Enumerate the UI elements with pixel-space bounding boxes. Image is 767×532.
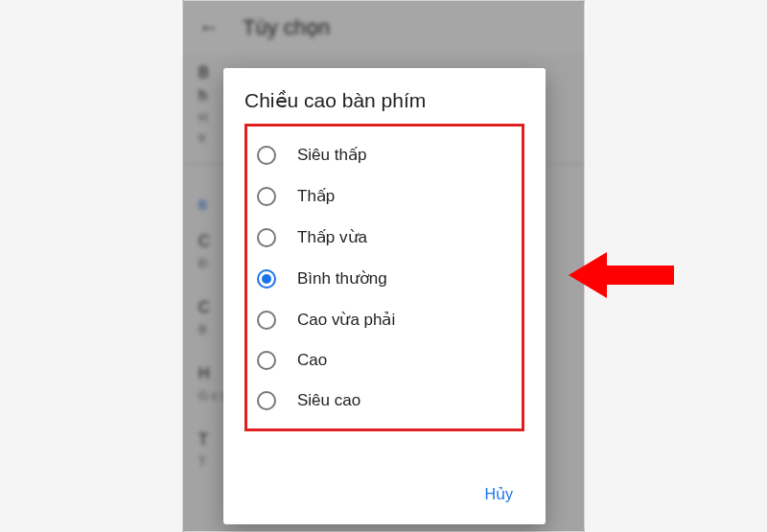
radio-icon[interactable] xyxy=(257,351,276,370)
cancel-button[interactable]: Hủy xyxy=(473,477,524,511)
dialog-actions: Hủy xyxy=(244,468,524,511)
radio-icon[interactable] xyxy=(257,391,276,410)
height-option[interactable]: Siêu cao xyxy=(249,381,520,421)
radio-icon[interactable] xyxy=(257,269,276,289)
option-label: Siêu thấp xyxy=(297,145,366,165)
keyboard-height-dialog: Chiều cao bàn phím Siêu thấpThấpThấp vừa… xyxy=(223,68,546,524)
option-label: Siêu cao xyxy=(297,391,360,410)
svg-marker-0 xyxy=(569,252,674,298)
radio-icon[interactable] xyxy=(257,311,276,330)
red-arrow-annotation-icon xyxy=(569,248,674,302)
height-option[interactable]: Cao xyxy=(249,340,520,381)
option-label: Thấp vừa xyxy=(297,227,367,247)
height-option[interactable]: Siêu thấp xyxy=(249,134,520,175)
height-option[interactable]: Bình thường xyxy=(249,258,520,299)
option-label: Bình thường xyxy=(297,268,387,289)
phone-frame: ← Tùy chọn B h H tr B C Đ C B H G c x T … xyxy=(182,0,585,532)
height-option[interactable]: Thấp vừa xyxy=(249,217,520,258)
option-label: Cao xyxy=(297,351,327,370)
dialog-title: Chiều cao bàn phím xyxy=(244,89,524,112)
options-highlight-box: Siêu thấpThấpThấp vừaBình thườngCao vừa … xyxy=(244,124,524,431)
height-option[interactable]: Cao vừa phải xyxy=(249,299,520,340)
option-label: Cao vừa phải xyxy=(297,310,395,330)
radio-icon[interactable] xyxy=(257,187,276,206)
radio-icon[interactable] xyxy=(257,228,276,247)
radio-icon[interactable] xyxy=(257,146,276,165)
height-option[interactable]: Thấp xyxy=(249,175,520,217)
option-label: Thấp xyxy=(297,186,335,206)
